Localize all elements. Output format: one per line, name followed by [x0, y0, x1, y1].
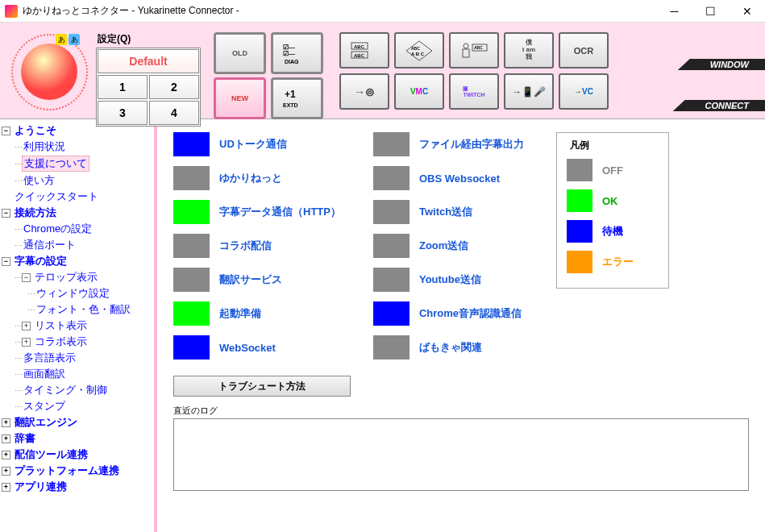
- app-icon: [5, 5, 18, 18]
- tool-diamond-icon[interactable]: ABCA B C: [394, 32, 444, 69]
- status-item: ゆかりねっと: [173, 166, 341, 190]
- close-button[interactable]: ✕: [729, 0, 765, 23]
- tool-area: ABCABC ABCA B C ABC 僕I am我 OCR WINDOW →⊚…: [339, 32, 765, 114]
- tree-expander-icon[interactable]: +: [22, 322, 31, 330]
- mode-buttons: OLD NEW ☑—☑—DIAG +1EXTD: [214, 32, 323, 119]
- tree-item[interactable]: ⋯利用状況: [0, 139, 154, 155]
- troubleshoot-button[interactable]: トラブシュート方法: [173, 376, 351, 397]
- header-strip: あ あ 設定(Q) Default 1 2 3 4 OLD NEW ☑—☑: [0, 23, 765, 119]
- tool-translate-icon[interactable]: 僕I am我: [504, 32, 554, 69]
- status-indicator: [373, 268, 410, 292]
- log-textarea[interactable]: [173, 418, 749, 491]
- status-label: 字幕データ通信（HTTP）: [219, 205, 341, 219]
- tree-item[interactable]: +配信ツール連携: [0, 447, 154, 463]
- tree-item[interactable]: −字幕の設定: [0, 253, 154, 269]
- svg-text:DIAG: DIAG: [285, 59, 299, 64]
- window-title: ゆかりねっとコネクター - Yukarinette Connector -: [23, 4, 656, 18]
- tree-item[interactable]: クイックスタート: [0, 189, 154, 205]
- svg-text:☑—: ☑—: [283, 50, 295, 57]
- legend-label: OFF: [602, 164, 623, 177]
- tree-expander-icon[interactable]: −: [2, 257, 10, 266]
- tree-item[interactable]: −接続方法: [0, 205, 154, 221]
- tree-item[interactable]: ⋯支援について: [0, 155, 154, 172]
- content-panel: UDトーク通信ゆかりねっと字幕データ通信（HTTP）コラボ配信翻訳サービス起動準…: [157, 119, 765, 532]
- status-label: WebSocket: [219, 342, 276, 354]
- tool-vc-icon[interactable]: →VC: [559, 73, 609, 110]
- status-label: Twitch送信: [419, 205, 472, 219]
- maximize-button[interactable]: ☐: [692, 0, 729, 23]
- log-group: 直近のログ: [173, 405, 749, 491]
- tree-item[interactable]: ⋯ウィンドウ設定: [0, 285, 154, 301]
- tree-item[interactable]: ⋯フォント・色・翻訳: [0, 301, 154, 318]
- status-indicator: [173, 335, 210, 360]
- tree-item[interactable]: +プラットフォーム連携: [0, 463, 154, 479]
- tree-item[interactable]: +アプリ連携: [0, 479, 154, 495]
- tree-expander-icon[interactable]: +: [2, 451, 10, 459]
- tree-item-label: 通信ポート: [22, 238, 77, 252]
- tree-item[interactable]: ⋯+コラボ表示: [0, 334, 154, 350]
- tree-expander-icon[interactable]: +: [2, 434, 10, 443]
- tool-mic-icon[interactable]: →📱🎤: [504, 73, 554, 110]
- minimize-button[interactable]: ─: [656, 0, 692, 23]
- status-label: ゆかりねっと: [219, 171, 282, 185]
- nav-tree[interactable]: −ようこそ⋯利用状況⋯支援について⋯使い方クイックスタート−接続方法⋯Chrom…: [0, 119, 157, 532]
- tool-obs-icon[interactable]: →⊚: [339, 73, 389, 110]
- tree-item-label: コラボ表示: [33, 335, 89, 349]
- svg-text:A B C: A B C: [411, 52, 425, 56]
- tree-expander-icon[interactable]: −: [22, 273, 31, 282]
- tree-item-label: フォント・色・翻訳: [35, 302, 132, 317]
- status-item: ばもきゃ関連: [373, 335, 524, 360]
- legend-swatch: [567, 189, 592, 212]
- settings-button-2[interactable]: 2: [149, 75, 199, 99]
- tree-item[interactable]: +翻訳エンジン: [0, 414, 154, 430]
- tool-ocr-button[interactable]: OCR: [559, 32, 609, 69]
- tree-expander-icon[interactable]: +: [2, 467, 10, 476]
- tree-item-label: リスト表示: [33, 318, 89, 333]
- tree-item[interactable]: ⋯タイミング・制御: [0, 382, 154, 398]
- tree-expander-icon[interactable]: −: [2, 209, 10, 218]
- status-indicator: [373, 234, 410, 258]
- tool-vmc-button[interactable]: VMC: [394, 73, 444, 110]
- tool-twitch-button[interactable]: ▣TWITCH: [449, 73, 499, 110]
- settings-button-1[interactable]: 1: [98, 75, 148, 99]
- tree-item-label: タイミング・制御: [22, 383, 109, 397]
- status-indicator: [173, 166, 210, 190]
- status-indicator: [173, 301, 210, 326]
- extd-button[interactable]: +1EXTD: [271, 77, 323, 119]
- old-button[interactable]: OLD: [214, 32, 266, 74]
- tool-person-icon[interactable]: ABC: [449, 32, 499, 69]
- tree-item[interactable]: ⋯スタンプ: [0, 398, 154, 414]
- tree-item-label: テロップ表示: [33, 270, 99, 285]
- settings-default-button[interactable]: Default: [98, 49, 199, 73]
- tree-item[interactable]: ⋯Chromeの設定: [0, 221, 154, 237]
- tree-item[interactable]: ⋯−テロップ表示: [0, 269, 154, 285]
- status-indicator: [373, 200, 410, 224]
- status-column-right: ファイル経由字幕出力OBS WebsocketTwitch送信Zoom送信You…: [373, 132, 524, 360]
- legend-item: OK: [567, 189, 659, 212]
- tree-item[interactable]: ⋯画面翻訳: [0, 366, 154, 382]
- legend-swatch: [567, 251, 592, 273]
- status-indicator: [173, 200, 210, 224]
- diag-button[interactable]: ☑—☑—DIAG: [271, 32, 323, 74]
- status-item: ファイル経由字幕出力: [373, 132, 524, 156]
- new-button[interactable]: NEW: [214, 77, 266, 119]
- tree-item[interactable]: +辞書: [0, 430, 154, 447]
- tree-expander-icon[interactable]: −: [2, 127, 10, 135]
- legend-swatch: [567, 220, 592, 243]
- tree-expander-icon[interactable]: +: [22, 338, 31, 347]
- tree-item[interactable]: ⋯+リスト表示: [0, 318, 154, 334]
- settings-button-4[interactable]: 4: [149, 101, 199, 125]
- settings-button-3[interactable]: 3: [98, 101, 148, 125]
- tree-item-label: 画面翻訳: [22, 367, 67, 381]
- tree-spacer: [2, 193, 10, 202]
- tool-subtitle-window-icon[interactable]: ABCABC: [339, 32, 389, 69]
- status-item: コラボ配信: [173, 234, 341, 258]
- tree-item-label: スタンプ: [22, 399, 67, 414]
- tree-item[interactable]: ⋯使い方: [0, 172, 154, 189]
- tree-expander-icon[interactable]: +: [2, 418, 10, 427]
- tree-expander-icon[interactable]: +: [2, 483, 10, 492]
- tree-item[interactable]: ⋯通信ポート: [0, 237, 154, 253]
- legend-swatch: [567, 159, 592, 181]
- tree-item[interactable]: ⋯多言語表示: [0, 350, 154, 366]
- status-item: UDトーク通信: [173, 132, 341, 156]
